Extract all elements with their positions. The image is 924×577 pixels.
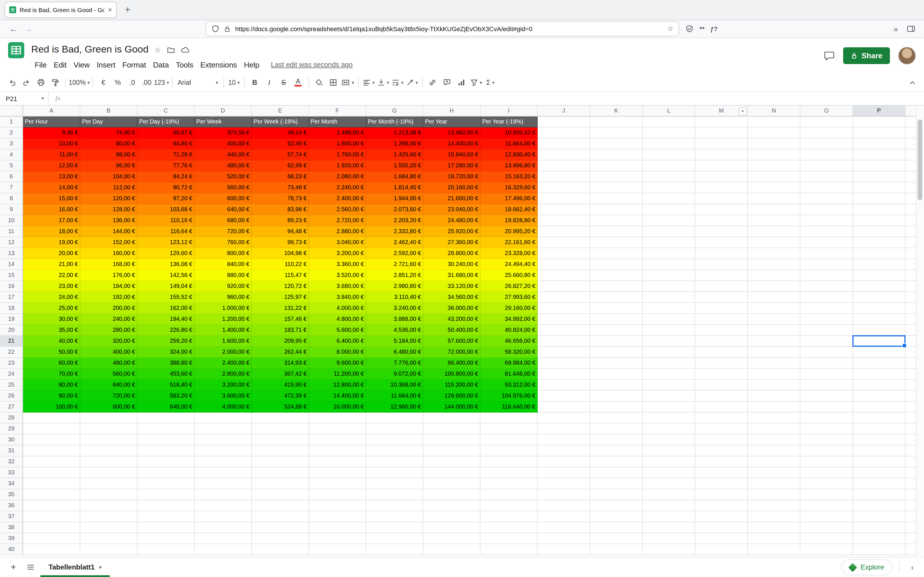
cell-L32[interactable] <box>643 456 695 467</box>
cell-I3[interactable]: 11.664,00 € <box>480 139 538 150</box>
column-header-D[interactable]: D <box>195 106 252 116</box>
zoom-select[interactable]: 100%▾ <box>69 76 90 89</box>
cell-I7[interactable]: 16.329,60 € <box>480 182 538 193</box>
row-header-29[interactable]: 29 <box>0 424 23 435</box>
cell-L38[interactable] <box>643 522 695 533</box>
cell-J39[interactable] <box>538 533 590 544</box>
cell-M10[interactable] <box>695 215 748 226</box>
menu-file[interactable]: File <box>31 59 50 70</box>
cell-B25[interactable]: 640,00 € <box>80 380 137 391</box>
cell-I10[interactable]: 19.828,80 € <box>480 215 538 226</box>
cell-I2[interactable]: 10.920,42 € <box>480 127 538 139</box>
cell-H6[interactable]: 18.720,00 € <box>423 171 480 182</box>
cell-D11[interactable]: 720,00 € <box>195 226 252 237</box>
cell-O35[interactable] <box>800 489 853 500</box>
cell-M25[interactable] <box>695 380 748 391</box>
cell-E23[interactable]: 314,93 € <box>252 358 309 369</box>
cell-L9[interactable] <box>643 204 695 215</box>
cell-K19[interactable] <box>590 314 643 325</box>
print-button[interactable] <box>34 76 48 89</box>
text-rotation-button[interactable]: ▾ <box>405 76 419 89</box>
menu-insert[interactable]: Insert <box>93 59 119 70</box>
cell-G13[interactable]: 2.592,00 € <box>366 248 423 259</box>
cell-F5[interactable]: 1.920,00 € <box>309 160 366 171</box>
cell-F23[interactable]: 9.600,00 € <box>309 358 366 369</box>
select-all-corner[interactable] <box>0 106 23 116</box>
cell-F22[interactable]: 8.000,00 € <box>309 347 366 358</box>
cell-A21[interactable]: 40,00 € <box>23 336 80 347</box>
explore-button[interactable]: Explore <box>842 559 892 575</box>
cell-P12[interactable] <box>853 237 906 248</box>
tab-close-icon[interactable]: × <box>108 6 112 14</box>
row-header-23[interactable]: 23 <box>0 358 23 369</box>
cell-J13[interactable] <box>538 248 590 259</box>
cell-D33[interactable] <box>195 467 252 478</box>
row-header-13[interactable]: 13 <box>0 248 23 259</box>
cell-I36[interactable] <box>480 500 538 511</box>
cell-J17[interactable] <box>538 292 590 303</box>
cell-J4[interactable] <box>538 150 590 160</box>
cell-I11[interactable]: 20.995,20 € <box>480 226 538 237</box>
cell-F35[interactable] <box>309 489 366 500</box>
cell-H18[interactable]: 36.000,00 € <box>423 303 480 314</box>
menu-view[interactable]: View <box>70 59 93 70</box>
cell-L6[interactable] <box>643 171 695 182</box>
cell-M20[interactable] <box>695 325 748 336</box>
cell-D28[interactable] <box>195 413 252 424</box>
cell-D16[interactable]: 920,00 € <box>195 281 252 292</box>
cell-D15[interactable]: 880,00 € <box>195 270 252 281</box>
paint-format-button[interactable] <box>48 76 62 89</box>
cell-K21[interactable] <box>590 336 643 347</box>
cell-G1[interactable]: Per Month (-19%) <box>366 116 423 127</box>
cell-K16[interactable] <box>590 281 643 292</box>
cell-H17[interactable]: 34.560,00 € <box>423 292 480 303</box>
cell-F20[interactable]: 5.600,00 € <box>309 325 366 336</box>
undo-button[interactable] <box>5 76 19 89</box>
cell-P40[interactable] <box>853 544 906 555</box>
cell-K9[interactable] <box>590 204 643 215</box>
menu-edit[interactable]: Edit <box>50 59 70 70</box>
cell-I30[interactable] <box>480 435 538 445</box>
name-box[interactable]: P21 ▾ <box>0 92 48 105</box>
cell-K12[interactable] <box>590 237 643 248</box>
cell-A3[interactable]: 10,00 € <box>23 139 80 150</box>
cell-K15[interactable] <box>590 270 643 281</box>
cell-B5[interactable]: 96,00 € <box>80 160 137 171</box>
cell-K33[interactable] <box>590 467 643 478</box>
cell-B27[interactable]: 800,00 € <box>80 401 137 413</box>
row-header-5[interactable]: 5 <box>0 160 23 171</box>
cell-O33[interactable] <box>800 467 853 478</box>
menu-tools[interactable]: Tools <box>172 59 197 70</box>
cell-C3[interactable]: 64,80 € <box>137 139 195 150</box>
cell-M38[interactable] <box>695 522 748 533</box>
cell-F37[interactable] <box>309 511 366 522</box>
cell-H40[interactable] <box>423 544 480 555</box>
cell-O39[interactable] <box>800 533 853 544</box>
cell-G15[interactable]: 2.851,20 € <box>366 270 423 281</box>
cell-N16[interactable] <box>748 281 800 292</box>
cell-H19[interactable]: 43.200,00 € <box>423 314 480 325</box>
cell-P4[interactable] <box>853 150 906 160</box>
new-tab-button[interactable]: + <box>120 2 135 17</box>
cell-P18[interactable] <box>853 303 906 314</box>
column-header-M[interactable]: M▾ <box>695 106 748 116</box>
cell-O13[interactable] <box>800 248 853 259</box>
cell-L21[interactable] <box>643 336 695 347</box>
cell-H35[interactable] <box>423 489 480 500</box>
sheet-tab-tabellenblatt1[interactable]: Tabellenblatt1 ▾ <box>40 558 110 577</box>
cell-A4[interactable]: 11,00 € <box>23 150 80 160</box>
cell-C6[interactable]: 84,24 € <box>137 171 195 182</box>
cell-F2[interactable]: 1.498,00 € <box>309 127 366 139</box>
cell-K31[interactable] <box>590 445 643 456</box>
cell-P3[interactable] <box>853 139 906 150</box>
cell-H33[interactable] <box>423 467 480 478</box>
cell-K11[interactable] <box>590 226 643 237</box>
cell-F14[interactable]: 3.360,00 € <box>309 259 366 270</box>
cell-N22[interactable] <box>748 347 800 358</box>
cell-E16[interactable]: 120,72 € <box>252 281 309 292</box>
cell-C38[interactable] <box>137 522 195 533</box>
cell-O11[interactable] <box>800 226 853 237</box>
cell-M15[interactable] <box>695 270 748 281</box>
cell-P27[interactable] <box>853 401 906 413</box>
cell-C27[interactable]: 648,00 € <box>137 401 195 413</box>
